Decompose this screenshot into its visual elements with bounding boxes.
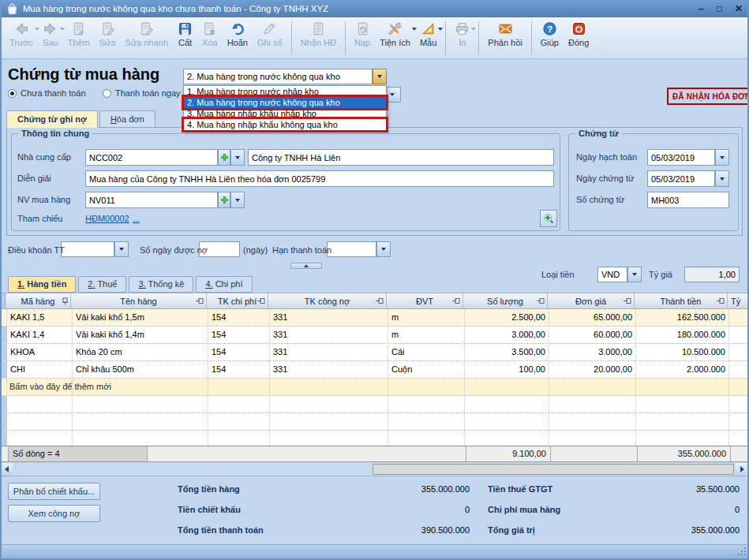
column-header-1[interactable]: Mã hàng: [6, 293, 71, 308]
column-header-8[interactable]: Thành tiền: [635, 293, 728, 308]
cell[interactable]: [729, 361, 749, 378]
cell[interactable]: 154: [208, 327, 270, 343]
column-header-3[interactable]: TK chi phí: [207, 293, 268, 308]
cell[interactable]: 2.000.000: [636, 361, 729, 378]
column-header-7[interactable]: Đơn giá: [548, 293, 635, 308]
cell[interactable]: 3.000,00: [465, 327, 549, 343]
cell[interactable]: 60.000,00: [549, 327, 636, 343]
detail-tab-1[interactable]: 1. Hàng tiền: [8, 276, 76, 293]
cell[interactable]: [729, 327, 749, 343]
detail-tab-2[interactable]: 2. Thuế: [78, 276, 126, 293]
detail-tab-3[interactable]: 3. Thống kê: [129, 276, 193, 293]
cell[interactable]: Cuộn: [388, 361, 465, 378]
doc-type-option-2[interactable]: 2. Mua hàng trong nước không qua kho: [184, 97, 386, 108]
row-selector[interactable]: [0, 327, 7, 343]
cell[interactable]: 154: [208, 344, 270, 360]
zoom-add-button[interactable]: [540, 210, 557, 227]
reference-link[interactable]: HĐM00002: [85, 214, 129, 223]
cell[interactable]: 100,00: [465, 361, 549, 378]
cell[interactable]: 154: [208, 361, 270, 378]
column-header-6[interactable]: Số lượng: [463, 293, 548, 308]
cell[interactable]: 331: [270, 309, 388, 326]
column-header-4[interactable]: TK công nợ: [268, 293, 387, 308]
row-selector[interactable]: [0, 344, 7, 360]
radio-chua-thanh-toan[interactable]: Chưa thanh toán: [8, 88, 86, 98]
due-date-input[interactable]: [327, 241, 376, 257]
doc-type-option-4[interactable]: 4. Mua hàng nhập khẩu không qua kho: [184, 119, 386, 130]
toolbar-button-label: Sửa: [99, 38, 116, 47]
envelope-icon: [498, 21, 513, 36]
currency-input[interactable]: [597, 267, 627, 282]
scroll-right-button[interactable]: [736, 463, 749, 476]
toolbar-button-tien-ich[interactable]: Tiện ích: [375, 20, 415, 57]
footer-spacer: [731, 446, 749, 461]
cell[interactable]: 162.500.000: [636, 309, 729, 326]
row-selector: [0, 446, 9, 461]
cell[interactable]: [729, 309, 749, 326]
resize-grip-icon[interactable]: [737, 547, 747, 558]
toolbar-button-cat[interactable]: Cất: [173, 20, 197, 57]
pin-icon: [452, 297, 461, 304]
cell[interactable]: Vải kaki khổ 1,5m: [73, 309, 208, 326]
due-date-dropdown-button[interactable]: [376, 241, 391, 257]
cell[interactable]: Chỉ khâu 500m: [73, 361, 208, 378]
tab-chung-tu-ghi-no[interactable]: Chứng từ ghi nợ: [6, 110, 98, 128]
currency-dropdown-button[interactable]: [627, 267, 642, 282]
cell[interactable]: 3.500,00: [465, 344, 549, 360]
toolbar-button-hoan[interactable]: Hoãn: [223, 20, 253, 57]
toolbar-button-mau[interactable]: Mẫu: [415, 20, 441, 57]
cell[interactable]: 65.000,00: [549, 309, 636, 326]
detail-tab-4[interactable]: 4. Chi phí: [196, 276, 252, 293]
quantity-total: 9.100,00: [466, 446, 551, 461]
currency-label: Loại tiền: [541, 270, 575, 279]
cell[interactable]: KAKI 1,5: [7, 309, 73, 326]
row-selector[interactable]: [0, 361, 7, 378]
cell[interactable]: 331: [270, 361, 388, 378]
view-payables-button[interactable]: Xem công nợ: [8, 505, 100, 522]
toolbar-button-dong[interactable]: Đóng: [564, 20, 594, 57]
cell: [465, 379, 549, 395]
cell[interactable]: KAKI 1,4: [7, 327, 73, 343]
toolbar-separator: [531, 21, 532, 55]
payment-terms-dropdown-button[interactable]: [114, 241, 129, 257]
row-selector[interactable]: [0, 309, 7, 326]
toolbar-button-giup[interactable]: ?Giúp: [536, 20, 564, 57]
cell[interactable]: Vải kaki khổ 1,4m: [73, 327, 208, 343]
cell[interactable]: 2.500,00: [465, 309, 549, 326]
toolbar-button-phan-hoi[interactable]: Phản hồi: [483, 20, 526, 57]
cell[interactable]: 331: [270, 344, 388, 360]
cell[interactable]: 10.500.000: [636, 344, 729, 360]
scrollbar-thumb[interactable]: [373, 464, 734, 475]
doc-type-input[interactable]: [183, 69, 373, 84]
doc-type-option-3[interactable]: 3. Mua hàng nhập khẩu nhập kho: [184, 108, 386, 119]
cell[interactable]: 3.000,00: [549, 344, 636, 360]
cell[interactable]: 331: [270, 327, 388, 343]
column-header-5[interactable]: ĐVT: [387, 293, 463, 308]
cell[interactable]: 154: [208, 309, 270, 326]
cell[interactable]: m: [388, 309, 465, 326]
column-header-2[interactable]: Tên hàng: [71, 293, 207, 308]
cell[interactable]: 180.000.000: [636, 327, 729, 343]
allocate-discount-button[interactable]: Phân bổ chiết khấu...: [8, 483, 100, 500]
cell[interactable]: m: [388, 327, 465, 343]
minimize-button[interactable]: –: [698, 4, 704, 13]
scroll-left-button[interactable]: [0, 463, 13, 476]
cell[interactable]: Cái: [388, 344, 465, 360]
collapse-panel-button[interactable]: [290, 263, 322, 269]
maximize-button[interactable]: □: [717, 4, 722, 13]
payment-terms-input[interactable]: [61, 241, 114, 257]
cell[interactable]: CHI: [7, 361, 73, 378]
reference-more-link[interactable]: ...: [133, 214, 140, 223]
doc-type-option-1[interactable]: 1. Mua hàng trong nước nhập kho: [184, 86, 386, 97]
radio-thanh-toan-ngay[interactable]: Thanh toán ngay: [103, 88, 181, 98]
tab-hoa-don[interactable]: Hóa đơn: [99, 110, 155, 128]
cell[interactable]: Khóa 20 cm: [73, 344, 208, 360]
doc-type-dropdown-button[interactable]: [373, 69, 387, 84]
column-header-9[interactable]: Tỷ: [728, 293, 749, 308]
cell[interactable]: 20.000,00: [549, 361, 636, 378]
add-new-row[interactable]: Bấm vào đây để thêm mới: [0, 379, 749, 396]
toolbar-separator: [291, 21, 292, 55]
close-button[interactable]: ✕: [735, 4, 743, 13]
cell[interactable]: [729, 344, 749, 360]
cell[interactable]: KHOA: [7, 344, 73, 360]
